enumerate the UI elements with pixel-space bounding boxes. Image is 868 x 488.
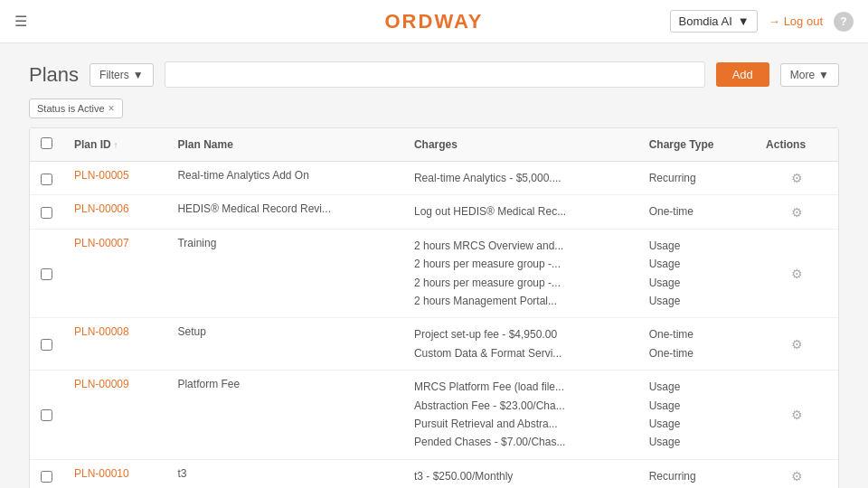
logout-label: Log out [784,14,823,28]
table-row: PLN-00006HEDIS® Medical Record Revi...Lo… [30,195,838,229]
charge-type-item: Recurring [649,169,744,187]
col-charges: Charges [403,128,638,162]
plan-name-cell: Setup [166,318,403,371]
charge-type-cell: UsageUsageUsageUsage [638,371,755,460]
row-checkbox-cell [30,162,63,195]
nav-right: Bomdia AI ▼ → Log out ? [670,10,854,33]
charges-cell: Real-time Analytics - $5,000.... [403,162,638,195]
org-dropdown-icon: ▼ [738,14,750,28]
table-row: PLN-00007Training2 hours MRCS Overview a… [30,229,838,318]
gear-icon[interactable]: ⚙ [791,408,803,422]
charge-type-item: Usage [649,378,744,396]
charge-item: Custom Data & Format Servi... [414,344,627,362]
org-selector[interactable]: Bomdia AI ▼ [670,10,757,33]
gear-icon[interactable]: ⚙ [791,171,803,185]
row-checkbox[interactable] [41,471,52,483]
charge-type-item: One-time [649,202,744,221]
row-checkbox-cell [30,459,63,488]
status-filter-tag: Status is Active × [29,99,123,118]
row-checkbox[interactable] [41,174,52,185]
charge-type-item: Usage [649,274,744,292]
page-header: Plans Filters ▼ Add More ▼ [29,61,839,88]
plan-id-link[interactable]: PLN-00005 [74,169,129,182]
hamburger-icon[interactable]: ☰ [14,13,27,30]
filter-tags: Status is Active × [29,99,839,118]
charge-type-item: Usage [649,415,744,433]
plans-table: Plan ID Plan Name Charges Charge Type Ac… [30,128,838,488]
actions-cell: ⚙ [755,195,838,229]
charge-type-cell: Recurring [638,162,755,195]
add-button[interactable]: Add [716,62,769,87]
plan-id-link[interactable]: PLN-00007 [74,237,129,249]
charge-type-cell: Recurring [638,459,755,488]
col-plan-id[interactable]: Plan ID [63,128,166,162]
charge-item: Abstraction Fee - $23.00/Cha... [414,397,627,415]
row-checkbox[interactable] [41,339,52,351]
charge-item: Log out HEDIS® Medical Rec... [414,202,627,221]
gear-icon[interactable]: ⚙ [791,469,803,483]
plan-id-cell: PLN-00008 [63,318,166,371]
row-checkbox[interactable] [41,268,52,280]
charge-item: 2 hours per measure group -... [414,274,627,292]
charge-item: Pended Chases - $7.00/Chas... [414,433,627,451]
top-navigation: ☰ ORDWAY Bomdia AI ▼ → Log out ? [0,0,868,43]
gear-icon[interactable]: ⚙ [791,267,803,281]
charge-type-item: Usage [649,397,744,415]
charge-type-item: Usage [649,292,744,310]
page-title: Plans [29,63,79,87]
table-row: PLN-00010t3t3 - $250.00/MonthlyRecurring… [30,459,838,488]
search-input[interactable] [165,61,705,88]
charge-item: 2 hours MRCS Overview and... [414,237,627,255]
col-plan-name: Plan Name [166,128,403,162]
org-name: Bomdia AI [678,14,731,28]
col-charge-type: Charge Type [638,128,755,162]
filter-tag-close[interactable]: × [108,102,115,115]
col-actions: Actions [755,128,838,162]
gear-icon[interactable]: ⚙ [791,337,803,352]
logout-button[interactable]: → Log out [769,14,823,28]
plan-id-cell: PLN-00006 [63,195,166,229]
table-row: PLN-00005Real-time Analytics Add OnReal-… [30,162,838,195]
charge-type-item: Usage [649,255,744,273]
plan-name-cell: Training [166,229,403,318]
filters-button[interactable]: Filters ▼ [90,63,154,87]
charge-item: t3 - $250.00/Monthly [414,467,627,485]
row-checkbox[interactable] [41,409,52,421]
logo: ORDWAY [385,10,484,33]
plan-name-cell: Real-time Analytics Add On [166,162,403,195]
row-checkbox[interactable] [41,207,52,219]
filter-tag-label: Status is Active [37,103,105,114]
row-checkbox-cell [30,229,63,318]
charges-cell: t3 - $250.00/Monthly [403,459,638,488]
more-dropdown-icon: ▼ [818,69,829,81]
plan-id-link[interactable]: PLN-00009 [74,378,129,390]
charge-type-item: One-time [649,325,744,343]
row-checkbox-cell [30,195,63,229]
plan-id-cell: PLN-00009 [63,371,166,460]
more-button[interactable]: More ▼ [780,63,839,87]
charge-item: 2 hours Management Portal... [414,292,627,310]
row-checkbox-cell [30,371,63,460]
actions-cell: ⚙ [755,229,838,318]
actions-cell: ⚙ [755,318,838,371]
main-content: Plans Filters ▼ Add More ▼ Status is Act… [0,43,868,488]
charge-item: Project set-up fee - $4,950.00 [414,325,627,343]
charge-type-cell: One-time [638,195,755,229]
plans-table-container: Plan ID Plan Name Charges Charge Type Ac… [29,127,839,488]
help-button[interactable]: ? [834,12,854,32]
gear-icon[interactable]: ⚙ [791,205,803,220]
charge-item: Pursuit Retrieval and Abstra... [414,415,627,433]
charge-item: Real-time Analytics - $5,000.... [414,169,627,187]
row-checkbox-cell [30,318,63,371]
charge-type-item: One-time [649,344,744,362]
charges-cell: MRCS Platform Fee (load file...Abstracti… [403,371,638,460]
charge-type-item: Usage [649,237,744,255]
plan-id-link[interactable]: PLN-00008 [74,325,129,338]
plan-id-link[interactable]: PLN-00010 [74,467,129,480]
plan-id-link[interactable]: PLN-00006 [74,202,129,215]
select-all-checkbox[interactable] [41,137,52,149]
table-row: PLN-00009Platform FeeMRCS Platform Fee (… [30,371,838,460]
charge-type-item: Recurring [649,467,744,485]
nav-left: ☰ [14,13,27,30]
table-header-row: Plan ID Plan Name Charges Charge Type Ac… [30,128,838,162]
